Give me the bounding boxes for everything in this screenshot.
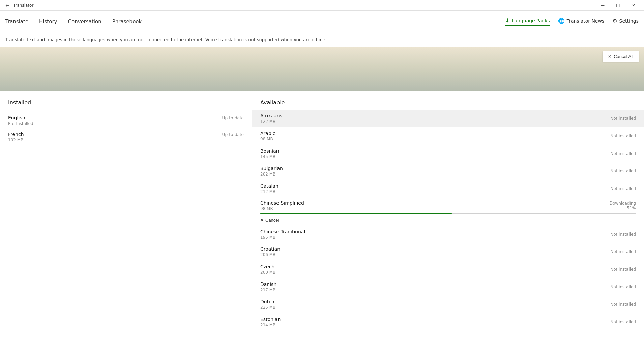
avail-estonian-row[interactable]: Estonian 214 MB Not installed — [252, 313, 644, 331]
avail-chinese-traditional-row[interactable]: Chinese Traditional 195 MB Not installed — [252, 225, 644, 243]
avail-danish-status: Not installed — [610, 285, 636, 289]
nav-settings-label: Settings — [619, 18, 639, 24]
download-size: 98 MB — [260, 206, 304, 211]
avail-bulgarian-row[interactable]: Bulgarian 202 MB Not installed — [252, 162, 644, 180]
avail-dutch-status: Not installed — [610, 302, 636, 307]
installed-french-name: French — [8, 132, 222, 137]
installed-panel: Installed English Pre-Installed Up-to-da… — [0, 91, 252, 350]
avail-czech-info: Czech 200 MB — [260, 264, 610, 275]
download-icon: ⬇ — [505, 17, 509, 24]
avail-afrikaans-status: Not installed — [610, 116, 636, 121]
progress-bar-bg — [260, 213, 636, 214]
avail-bosnian-row[interactable]: Bosnian 145 MB Not installed — [252, 145, 644, 162]
avail-bosnian-status: Not installed — [610, 151, 636, 156]
globe-icon: 🌐 — [558, 18, 565, 24]
back-icon: ← — [5, 3, 9, 8]
nav-conversation[interactable]: Conversation — [68, 17, 101, 26]
avail-arabic-size: 98 MB — [260, 137, 610, 141]
avail-catalan-size: 212 MB — [260, 189, 610, 194]
avail-afrikaans-size: 122 MB — [260, 119, 610, 124]
gear-icon: ⚙ — [612, 18, 617, 24]
download-name: Chinese Simplified — [260, 200, 304, 206]
avail-chinese-simplified-section: Chinese Simplified 98 MB Downloading 51%… — [252, 197, 644, 225]
avail-danish-row[interactable]: Danish 217 MB Not installed — [252, 278, 644, 296]
download-right: Downloading 51% — [610, 201, 636, 210]
nav-bar: Translate History Conversation Phraseboo… — [0, 11, 644, 32]
nav-translate[interactable]: Translate — [5, 17, 28, 26]
nav-language-packs[interactable]: ⬇ Language Packs — [505, 17, 550, 26]
avail-bulgarian-name: Bulgarian — [260, 166, 610, 171]
installed-french-sub: 102 MB — [8, 138, 222, 142]
avail-czech-status: Not installed — [610, 267, 636, 272]
installed-french-info: French 102 MB — [8, 132, 222, 142]
installed-english-status: Up-to-date — [222, 116, 244, 120]
info-bar: Translate text and images in these langu… — [0, 32, 644, 47]
window-controls: — □ ✕ — [595, 0, 641, 11]
avail-chinese-traditional-info: Chinese Traditional 195 MB — [260, 229, 610, 240]
progress-bar-fill — [260, 213, 452, 214]
available-title: Available — [252, 99, 644, 106]
avail-dutch-info: Dutch 225 MB — [260, 299, 610, 310]
avail-chinese-traditional-status: Not installed — [610, 232, 636, 237]
avail-croatian-name: Croatian — [260, 246, 610, 252]
download-status-label: Downloading — [610, 201, 636, 206]
nav-phrasebook[interactable]: Phrasebook — [112, 17, 142, 26]
avail-bosnian-size: 145 MB — [260, 154, 610, 159]
nav-translator-news-label: Translator News — [567, 18, 605, 24]
installed-english-name: English — [8, 115, 222, 120]
installed-english-info: English Pre-Installed — [8, 115, 222, 126]
avail-croatian-info: Croatian 206 MB — [260, 246, 610, 257]
cancel-download-icon: ✕ — [260, 218, 264, 223]
nav-right: ⬇ Language Packs 🌐 Translator News ⚙ Set… — [505, 17, 639, 26]
avail-arabic-name: Arabic — [260, 131, 610, 136]
avail-bulgarian-size: 202 MB — [260, 172, 610, 177]
minimize-button[interactable]: — — [595, 0, 610, 11]
app-title: Translator — [13, 3, 33, 8]
download-lang-info: Chinese Simplified 98 MB — [260, 200, 304, 211]
cancel-download-button[interactable]: ✕ Cancel — [260, 216, 279, 224]
nav-translator-news[interactable]: 🌐 Translator News — [558, 18, 605, 25]
avail-catalan-info: Catalan 212 MB — [260, 183, 610, 194]
avail-croatian-size: 206 MB — [260, 252, 610, 257]
avail-catalan-name: Catalan — [260, 183, 610, 189]
back-button[interactable]: ← — [3, 1, 12, 10]
avail-bosnian-name: Bosnian — [260, 148, 610, 154]
avail-bulgarian-status: Not installed — [610, 169, 636, 173]
avail-arabic-row[interactable]: Arabic 98 MB Not installed — [252, 127, 644, 145]
avail-bulgarian-info: Bulgarian 202 MB — [260, 166, 610, 177]
avail-dutch-row[interactable]: Dutch 225 MB Not installed — [252, 296, 644, 313]
nav-history[interactable]: History — [39, 17, 57, 26]
avail-estonian-info: Estonian 214 MB — [260, 317, 610, 327]
cancel-download-label: Cancel — [265, 218, 279, 223]
main-content: Installed English Pre-Installed Up-to-da… — [0, 91, 644, 350]
avail-czech-row[interactable]: Czech 200 MB Not installed — [252, 261, 644, 278]
close-button[interactable]: ✕ — [626, 0, 641, 11]
avail-czech-size: 200 MB — [260, 270, 610, 275]
title-bar: ← Translator — □ ✕ — [0, 0, 644, 11]
avail-dutch-size: 225 MB — [260, 305, 610, 310]
avail-croatian-status: Not installed — [610, 249, 636, 254]
installed-french-row[interactable]: French 102 MB Up-to-date — [8, 129, 244, 145]
cancel-all-icon: ✕ — [608, 54, 612, 59]
avail-catalan-row[interactable]: Catalan 212 MB Not installed — [252, 180, 644, 197]
nav-language-packs-label: Language Packs — [512, 18, 550, 23]
installed-english-row[interactable]: English Pre-Installed Up-to-date — [8, 112, 244, 129]
avail-estonian-status: Not installed — [610, 320, 636, 324]
avail-croatian-row[interactable]: Croatian 206 MB Not installed — [252, 243, 644, 261]
avail-danish-size: 217 MB — [260, 288, 610, 292]
cancel-all-button[interactable]: ✕ Cancel All — [603, 51, 639, 62]
info-text: Translate text and images in these langu… — [5, 37, 327, 42]
available-panel: Available Afrikaans 122 MB Not installed… — [252, 91, 644, 350]
avail-estonian-size: 214 MB — [260, 323, 610, 327]
nav-left: Translate History Conversation Phraseboo… — [5, 17, 142, 26]
nav-settings[interactable]: ⚙ Settings — [612, 18, 639, 25]
download-info-row: Chinese Simplified 98 MB Downloading 51% — [260, 200, 636, 211]
avail-catalan-status: Not installed — [610, 186, 636, 191]
avail-chinese-traditional-size: 195 MB — [260, 235, 610, 240]
avail-arabic-info: Arabic 98 MB — [260, 131, 610, 141]
avail-afrikaans-name: Afrikaans — [260, 113, 610, 118]
avail-czech-name: Czech — [260, 264, 610, 269]
maximize-button[interactable]: □ — [610, 0, 626, 11]
avail-afrikaans-info: Afrikaans 122 MB — [260, 113, 610, 124]
avail-afrikaans-row[interactable]: Afrikaans 122 MB Not installed — [252, 110, 644, 127]
